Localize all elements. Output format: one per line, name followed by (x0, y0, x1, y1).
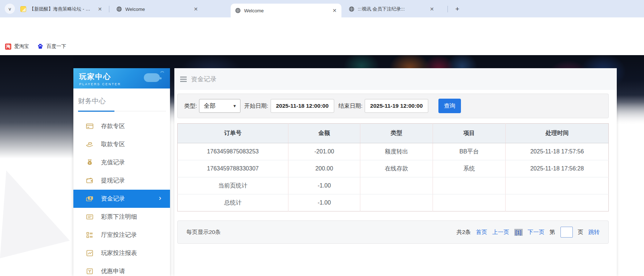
cell-project: BB平台 (433, 143, 506, 160)
cell-amount: 200.00 (288, 160, 360, 177)
report-chart-icon (86, 249, 94, 257)
sidebar-item-label: 取款专区 (101, 140, 125, 148)
promo-gift-icon (86, 267, 94, 275)
type-select[interactable]: 全部 ▼ (199, 99, 240, 113)
sidebar-item-lottery-bet-detail[interactable]: 彩票下注明细 (73, 208, 170, 226)
search-button[interactable]: 查询 (438, 99, 461, 113)
chevron-down-icon: ▼ (232, 104, 236, 108)
type-label: 类型: (184, 102, 197, 110)
sidebar-item-label: 存款专区 (101, 122, 125, 130)
col-order-id: 订单号 (178, 124, 288, 143)
sidebar-item-withdraw[interactable]: 取款专区 (73, 135, 170, 153)
col-amount: 金额 (288, 124, 360, 143)
cell-empty (506, 177, 609, 194)
sidebar-section-underline (77, 111, 166, 111)
tab-close-icon[interactable]: ✕ (97, 6, 103, 12)
baidu-paw-icon (37, 43, 44, 50)
tab-separator (447, 6, 448, 12)
cell-order-id: 1763459875083253 (178, 143, 288, 160)
tab-welcome-1[interactable]: Welcome ✕ (112, 3, 203, 15)
end-date-input[interactable]: 2025-11-19 12:00:00 (365, 99, 428, 113)
list-icon (86, 231, 94, 239)
bookmark-baidu[interactable]: 百度一下 (37, 42, 66, 51)
sidebar-item-fund-records[interactable]: 资金记录 › (73, 190, 170, 208)
jump-page-input[interactable] (560, 227, 573, 238)
table-row-page-summary: 当前页统计 -1.00 (178, 177, 609, 194)
sidebar-item-label: 厅室投注记录 (101, 231, 137, 239)
pagination-controls: 共2条 首页 上一页 [1] 下一页 第 页 跳转 (457, 227, 600, 238)
tab-close-icon[interactable]: ✕ (429, 6, 435, 12)
withdraw-hand-icon (86, 140, 94, 148)
tab-search-chevron-button[interactable]: v (5, 4, 15, 14)
table-row-total-summary: 总统计 -1.00 (178, 194, 609, 211)
globe-icon (116, 6, 122, 12)
sidebar-item-hall-bet-records[interactable]: 厅室投注记录 (73, 226, 170, 244)
tab-close-icon[interactable]: ✕ (331, 7, 338, 14)
tab-betting-records[interactable]: :::视讯 会员下注纪录::: ✕ (344, 3, 439, 15)
tab-close-icon[interactable]: ✕ (193, 6, 199, 12)
globe-icon (235, 8, 241, 13)
sidebar-item-deposit[interactable]: 存款专区 (73, 117, 170, 135)
tab-title: 【新提醒】海燕策略论坛 - 综合 (29, 6, 93, 12)
fund-cards-icon (86, 195, 94, 203)
table-row: 1763459875083253 -201.00 额度转出 BB平台 2025-… (178, 143, 609, 160)
cell-empty (360, 194, 433, 211)
sidebar-item-label: 提现记录 (101, 177, 125, 185)
sidebar-item-label: 玩家投注报表 (101, 249, 137, 257)
tab-welcome-active[interactable]: Welcome ✕ (231, 4, 341, 17)
new-tab-button[interactable]: + (453, 4, 462, 14)
deposit-card-icon (86, 122, 94, 130)
browser-toolbar: ← → ⟳ ⌂ js13.cc/hhcp/usercenter.html?ini… (0, 17, 644, 38)
sidebar-item-player-bet-report[interactable]: 玩家投注报表 (73, 244, 170, 262)
sidebar-item-label: 优惠申请 (101, 267, 125, 275)
bookmark-label: 百度一下 (46, 43, 66, 50)
bookmarks-bar: 淘 爱淘宝 百度一下 (0, 38, 644, 55)
cell-amount: -201.00 (288, 143, 360, 160)
sidebar-banner: 玩家中心 PLAYERS CENTER (73, 68, 170, 88)
sidebar-item-recharge-record[interactable]: ¥ 充值记录 (73, 153, 170, 172)
sidebar-item-withdrawal-record[interactable]: 提现记录 (73, 172, 170, 190)
svg-text:¥: ¥ (89, 162, 90, 164)
sidebar-item-promo-apply[interactable]: 优惠申请 (73, 262, 170, 276)
tab-title: Welcome (125, 7, 189, 12)
cell-label: 当前页统计 (178, 177, 288, 194)
sidebar-section-title: 财务中心 (73, 88, 170, 106)
panel-header: 资金记录 (174, 68, 617, 90)
ticket-list-icon (86, 213, 94, 221)
col-process-time: 处理时间 (506, 124, 609, 143)
cell-amount: -1.00 (288, 177, 360, 194)
prev-page-link[interactable]: 上一页 (492, 228, 509, 236)
table-row: 1763459788330307 200.00 在线存款 系统 2025-11-… (178, 160, 609, 177)
first-page-link[interactable]: 首页 (476, 228, 487, 236)
cell-empty (433, 177, 506, 194)
cell-label: 总统计 (178, 194, 288, 211)
globe-icon (349, 6, 355, 12)
start-date-input[interactable]: 2025-11-18 12:00:00 (271, 99, 334, 113)
cell-type: 在线存款 (360, 160, 433, 177)
jump-suffix-text: 页 (578, 228, 584, 236)
wallet-icon (86, 177, 94, 185)
cell-process-time: 2025-11-18 17:57:56 (506, 143, 609, 160)
cell-empty (433, 194, 506, 211)
cell-project: 系统 (433, 160, 506, 177)
bookmark-taobao[interactable]: 淘 爱淘宝 (5, 42, 29, 51)
sidebar-item-label: 资金记录 (101, 195, 125, 203)
end-date-label: 结束日期: (339, 102, 362, 110)
background-triangle-watermark (0, 170, 70, 258)
page-size-text: 每页显示20条 (186, 228, 221, 236)
web-page: 玩家中心 PLAYERS CENTER 财务中心 存款专区 取款专区 ¥ (0, 55, 644, 276)
tab-forum[interactable]: 【新提醒】海燕策略论坛 - 综合 ✕ (16, 3, 107, 15)
cell-order-id: 1763459788330307 (178, 160, 288, 177)
sidebar-item-label: 充值记录 (101, 158, 125, 166)
forum-favicon-icon (20, 6, 26, 12)
fund-records-table: 订单号 金额 类型 项目 处理时间 1763459875083253 -201.… (177, 123, 609, 211)
player-center-sidebar: 玩家中心 PLAYERS CENTER 财务中心 存款专区 取款专区 ¥ (73, 68, 170, 276)
col-type: 类型 (360, 124, 433, 143)
next-page-link[interactable]: 下一页 (528, 228, 545, 236)
col-project: 项目 (433, 124, 506, 143)
jump-link[interactable]: 跳转 (588, 228, 600, 236)
money-bag-icon: ¥ (86, 158, 94, 166)
tab-title: Welcome (244, 8, 328, 13)
bookmark-label: 爱淘宝 (14, 43, 29, 50)
gamepad-icon (142, 70, 165, 87)
